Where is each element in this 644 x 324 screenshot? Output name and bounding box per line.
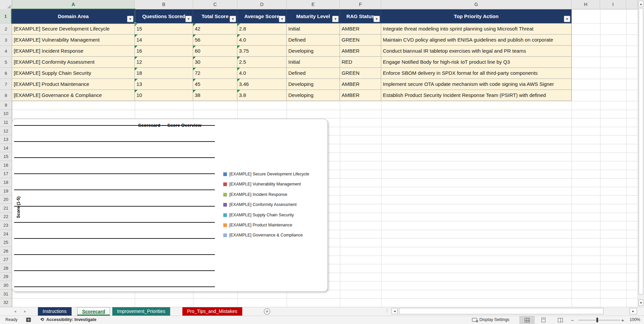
cell-C5[interactable]: 30 [193,57,237,68]
row-header-17[interactable]: 17 [0,170,12,178]
cell-D6[interactable]: 4.0 [237,68,287,79]
filter-button[interactable]: ▾ [332,16,339,22]
add-sheet-button[interactable]: + [264,308,270,315]
sheet-tab-scorecard[interactable]: Scorecard [77,307,110,316]
cell-C2[interactable]: 42 [193,23,237,35]
column-header-F[interactable]: F [340,0,381,9]
row-header-27[interactable]: 27 [0,256,12,264]
column-header-A[interactable]: A [12,0,135,9]
zoom-slider-track[interactable] [578,320,620,320]
row-header-11[interactable]: 11 [0,118,12,127]
score-overview-chart[interactable]: Scorecard — Score Overview Score (1-5) [… [12,119,328,292]
cell-D2[interactable]: 2.8 [237,23,287,35]
row-header-15[interactable]: 15 [0,153,12,161]
sheet-tab-pro_tips_and_mistakes[interactable]: Pro_Tips_and_Mistakes [182,307,242,316]
row-header-9[interactable]: 9 [0,101,12,110]
sheet-tab-instructions[interactable]: Instructions [38,307,72,316]
row-header-8[interactable]: 8 [0,90,12,101]
cell-F3[interactable]: GREEN [340,35,381,46]
cell-E5[interactable]: Initial [287,57,340,68]
cell-E3[interactable]: Defined [287,35,340,46]
cell-F7[interactable]: AMBER [340,79,381,90]
cell-A3[interactable]: [EXAMPLE] Vulnerability Management [12,35,135,46]
cell-B4[interactable]: 16 [135,46,193,57]
row-header-20[interactable]: 20 [0,195,12,204]
row-header-16[interactable]: 16 [0,161,12,170]
cell-D7[interactable]: 3.46 [237,79,287,90]
cell-D4[interactable]: 3.75 [237,46,287,57]
column-header-E[interactable]: E [287,0,340,9]
scroll-up-button[interactable]: ▲ [639,1,643,7]
zoom-level[interactable]: 100% [630,317,640,322]
scroll-left-button[interactable]: ◄ [392,308,398,314]
tab-splitter-handle[interactable]: ⋮ [385,308,389,313]
legend-item[interactable]: [EXAMPLE] Product Maintenance [223,223,309,228]
cell-B6[interactable]: 18 [135,68,193,79]
display-settings-button[interactable]: Display Settings [479,317,510,322]
cell-F8[interactable]: AMBER [340,90,381,101]
row-header-5[interactable]: 5 [0,57,12,68]
column-header-I[interactable]: I [600,0,626,9]
cell-F6[interactable]: GREEN [340,68,381,79]
filter-button[interactable]: ▾ [185,16,192,22]
row-header-21[interactable]: 21 [0,204,12,213]
zoom-out-button[interactable]: − [571,317,574,323]
cell-E4[interactable]: Developing [287,46,340,57]
cell-F5[interactable]: RED [340,57,381,68]
zoom-slider-thumb[interactable] [596,318,598,322]
cell-G8[interactable]: Establish Product Security Incident Resp… [381,90,572,101]
row-header-25[interactable]: 25 [0,238,12,247]
cell-C3[interactable]: 56 [193,35,237,46]
cell-C7[interactable]: 45 [193,79,237,90]
row-header-31[interactable]: 31 [0,290,12,299]
tab-nav-left-icon[interactable]: ◂ [14,309,16,314]
cell-F2[interactable]: AMBER [340,23,381,35]
normal-view-button[interactable] [519,316,535,324]
row-header-13[interactable]: 13 [0,135,12,144]
row-header-24[interactable]: 24 [0,230,12,238]
column-header-G[interactable]: G [381,0,572,9]
horizontal-scrollbar[interactable]: ◄ ► [391,308,638,315]
cell-A4[interactable]: [EXAMPLE] Incident Response [12,46,135,57]
zoom-in-button[interactable]: + [621,317,624,323]
filter-button[interactable]: ▾ [230,16,236,22]
row-header-14[interactable]: 14 [0,144,12,153]
cell-A8[interactable]: [EXAMPLE] Governance & Compliance [12,90,135,101]
page-break-view-button[interactable] [552,316,568,324]
cell-D5[interactable]: 2.5 [237,57,287,68]
row-header-3[interactable]: 3 [0,35,12,46]
legend-item[interactable]: [EXAMPLE] Incident Response [223,192,309,198]
row-header-23[interactable]: 23 [0,221,12,230]
row-header-26[interactable]: 26 [0,247,12,256]
cell-D8[interactable]: 3.8 [237,90,287,101]
cell-E7[interactable]: Developing [287,79,340,90]
legend-item[interactable]: [EXAMPLE] Conformity Assessment [223,202,309,208]
column-header-H[interactable]: H [572,0,600,9]
cell-E6[interactable]: Defined [287,68,340,79]
accessibility-status[interactable]: Accessibility: Investigate [46,317,96,322]
tab-nav-right-icon[interactable]: ▸ [24,309,26,314]
page-layout-view-button[interactable] [536,316,551,324]
row-header-18[interactable]: 18 [0,178,12,187]
cell-C6[interactable]: 72 [193,68,237,79]
filter-button[interactable]: ▾ [279,16,285,22]
cell-E8[interactable]: Developing [287,90,340,101]
scroll-down-button[interactable]: ▼ [639,300,643,306]
column-header-partial[interactable] [626,0,638,9]
vertical-scrollbar-thumb[interactable] [639,8,643,294]
macro-record-icon[interactable] [26,318,31,322]
horizontal-scrollbar-thumb[interactable] [399,308,603,314]
column-header-B[interactable]: B [135,0,193,9]
cell-B7[interactable]: 13 [135,79,193,90]
row-header-32[interactable]: 32 [0,298,12,307]
row-header-6[interactable]: 6 [0,68,12,79]
row-header-30[interactable]: 30 [0,281,12,290]
cell-G2[interactable]: Integrate threat modeling into sprint pl… [381,23,572,35]
cell-F4[interactable]: AMBER [340,46,381,57]
cell-A7[interactable]: [EXAMPLE] Product Maintenance [12,79,135,90]
sheet-tab-improvement_priorities[interactable]: Improvement_Priorities [112,307,170,316]
column-header-C[interactable]: C [193,0,237,9]
row-header-19[interactable]: 19 [0,187,12,196]
row-header-10[interactable]: 10 [0,110,12,118]
row-header-7[interactable]: 7 [0,79,12,90]
